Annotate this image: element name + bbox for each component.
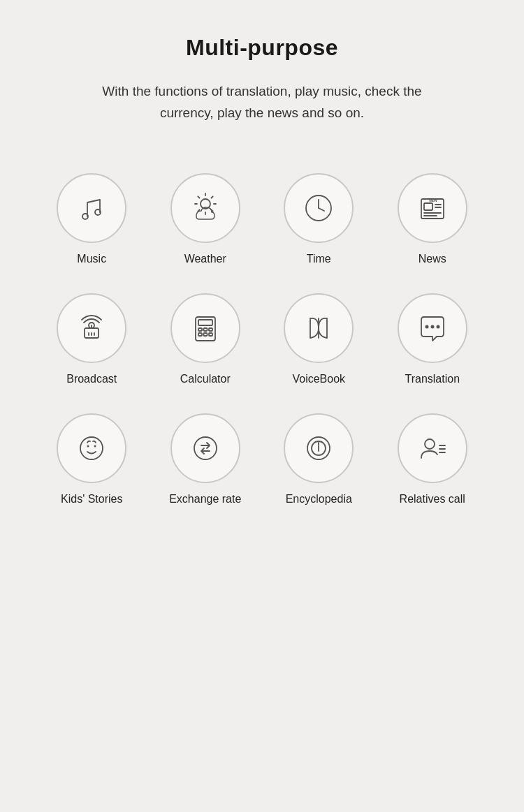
- svg-point-37: [425, 325, 428, 328]
- svg-rect-33: [203, 333, 207, 336]
- translation-icon-circle: [398, 293, 467, 363]
- list-item[interactable]: Exchange rate: [156, 413, 256, 505]
- broadcast-icon: [73, 310, 110, 346]
- music-icon-circle: [57, 173, 126, 243]
- relatives-call-icon: [414, 430, 451, 466]
- list-item[interactable]: Time: [269, 173, 369, 265]
- weather-icon-circle: [170, 173, 240, 243]
- svg-point-36: [430, 325, 434, 328]
- news-label: News: [419, 253, 446, 265]
- exchange-rate-icon: [187, 430, 224, 466]
- svg-point-48: [425, 439, 435, 449]
- svg-point-40: [87, 445, 89, 447]
- svg-rect-32: [198, 333, 202, 336]
- list-item[interactable]: NEW News: [383, 173, 483, 265]
- exchange-rate-label: Exchange rate: [169, 493, 241, 505]
- encyclopedia-label: Encyclopedia: [286, 493, 352, 505]
- relatives-call-label: Relatives call: [400, 493, 465, 505]
- relatives-call-icon-circle: [398, 413, 467, 483]
- svg-line-7: [198, 196, 199, 198]
- svg-point-42: [194, 437, 217, 459]
- weather-label: Weather: [184, 253, 226, 265]
- kids-stories-icon: [73, 430, 110, 466]
- svg-point-39: [80, 437, 103, 459]
- time-icon: [300, 190, 337, 226]
- svg-text:NEW: NEW: [429, 198, 437, 202]
- page-description: With the functions of translation, play …: [80, 80, 444, 124]
- kids-stories-label: Kids' Stories: [61, 493, 122, 505]
- voicebook-label: VoiceBook: [292, 373, 345, 385]
- page-title: Multi-purpose: [186, 35, 338, 61]
- svg-line-13: [319, 208, 324, 211]
- svg-rect-31: [209, 328, 212, 331]
- voicebook-icon-circle: [284, 293, 354, 363]
- news-icon: NEW: [414, 190, 451, 226]
- weather-icon: [187, 190, 224, 226]
- translation-label: Translation: [405, 373, 460, 385]
- list-item[interactable]: Broadcast: [42, 293, 142, 385]
- calculator-icon: [187, 310, 224, 346]
- broadcast-label: Broadcast: [66, 373, 117, 385]
- exchange-rate-icon-circle: [170, 413, 240, 483]
- svg-line-10: [211, 196, 212, 198]
- list-item[interactable]: Encyclopedia: [269, 413, 369, 505]
- svg-point-47: [318, 443, 319, 445]
- calculator-icon-circle: [170, 293, 240, 363]
- voicebook-icon: [300, 310, 337, 346]
- list-item[interactable]: Music: [42, 173, 142, 265]
- encyclopedia-icon-circle: [284, 413, 354, 483]
- encyclopedia-icon: [300, 430, 337, 466]
- svg-rect-15: [424, 203, 432, 210]
- list-item[interactable]: VoiceBook: [269, 293, 369, 385]
- list-item[interactable]: Weather: [156, 173, 256, 265]
- music-label: Music: [77, 253, 106, 265]
- time-label: Time: [307, 253, 331, 265]
- svg-rect-30: [203, 328, 207, 331]
- list-item[interactable]: Kids' Stories: [42, 413, 142, 505]
- icons-grid: Music Weather: [28, 173, 496, 505]
- broadcast-icon-circle: [57, 293, 126, 363]
- svg-point-38: [436, 325, 439, 328]
- time-icon-circle: [284, 173, 354, 243]
- svg-point-41: [94, 445, 96, 447]
- kids-stories-icon-circle: [57, 413, 126, 483]
- translation-icon: [414, 310, 451, 346]
- music-icon: [73, 190, 110, 226]
- svg-rect-29: [198, 328, 202, 331]
- news-icon-circle: NEW: [398, 173, 467, 243]
- calculator-label: Calculator: [180, 373, 231, 385]
- page-container: Multi-purpose With the functions of tran…: [0, 0, 524, 547]
- list-item[interactable]: Translation: [383, 293, 483, 385]
- svg-rect-34: [209, 333, 212, 336]
- svg-rect-28: [198, 320, 212, 325]
- list-item[interactable]: Calculator: [156, 293, 256, 385]
- list-item[interactable]: Relatives call: [383, 413, 483, 505]
